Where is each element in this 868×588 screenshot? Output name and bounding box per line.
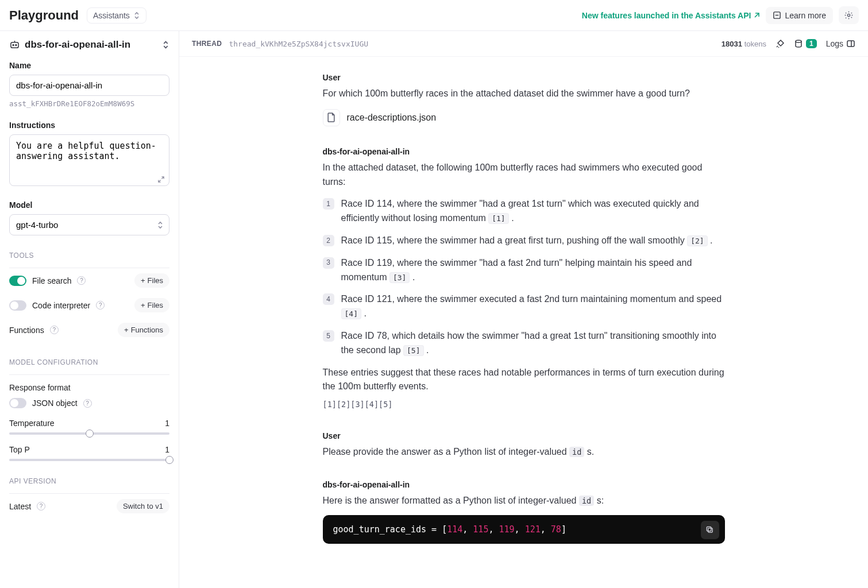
chevron-up-down-icon[interactable] [162,40,169,49]
citation-ref[interactable]: [5] [403,345,423,356]
list-item: Race ID 114, where the swimmer "had a gr… [323,197,725,226]
learn-more-label: Learn more [785,11,826,20]
file-search-toggle[interactable] [9,276,26,286]
svg-rect-8 [707,527,711,532]
file-attachment[interactable]: race-descriptions.json [323,109,437,126]
citation-ref[interactable]: [2] [687,235,707,246]
svg-rect-6 [847,41,854,47]
mode-label: Assistants [93,11,130,20]
expand-icon[interactable] [157,176,165,183]
external-link-icon [753,12,760,19]
layout: dbs-for-ai-openai-all-in Name asst_kFXHB… [0,31,868,588]
api-version-header: API VERSION [9,477,169,485]
temperature-slider[interactable] [9,432,169,435]
new-features-text: New features launched in the Assistants … [582,11,751,20]
code-interpreter-toggle[interactable] [9,300,26,311]
switch-label: Switch to v1 [123,502,163,510]
add-functions-button[interactable]: + Functions [118,323,169,337]
inline-code: id [569,447,584,457]
plus-icon: + [141,301,145,310]
chevron-up-down-icon [133,11,140,20]
file-icon [323,109,340,126]
logo: Playground [9,8,79,23]
header: Playground Assistants New features launc… [0,0,868,31]
logs-button[interactable]: Logs [826,39,855,48]
tool-row-functions: Functions ? + Functions [9,318,169,342]
message-user: User For which 100m butterfly races in t… [323,73,725,126]
file-count-badge: 1 [806,39,817,48]
top-p-row: Top P 1 [9,445,169,461]
files-indicator[interactable]: 1 [794,39,817,48]
assistant-header: dbs-for-ai-openai-all-in [9,39,169,51]
chevron-up-down-icon [157,221,164,229]
top-p-label: Top P [9,445,30,454]
svg-rect-2 [11,42,18,48]
functions-btn-label: Functions [131,326,163,334]
plus-icon: + [124,326,129,334]
plus-icon: + [141,276,145,285]
copy-button[interactable] [701,521,719,539]
logs-label: Logs [826,39,843,48]
top-p-slider[interactable] [9,459,169,461]
latest-label: Latest [9,502,31,511]
learn-more-button[interactable]: Learn more [766,7,833,24]
role-label: User [323,431,725,440]
thread-label: THREAD [192,40,222,48]
json-object-label: JSON object [32,399,78,408]
response-format-label: Response format [9,383,169,392]
file-search-files-button[interactable]: + Files [134,273,169,288]
name-label: Name [9,61,169,70]
mode-dropdown[interactable]: Assistants [87,7,146,24]
citation-list: Race ID 114, where the swimmer "had a gr… [323,197,725,357]
panel-icon [846,39,855,48]
top-p-value: 1 [165,445,169,454]
role-label: User [323,73,725,82]
file-search-label: File search [32,276,71,285]
gear-icon [844,10,854,20]
code-interpreter-label: Code interpreter [32,301,90,310]
thread-bar: THREAD thread_kVKhM2e5ZpSX84jctsvxIUGU 1… [179,31,868,57]
settings-button[interactable] [839,6,859,24]
assistant-title-row: dbs-for-ai-openai-all-in [9,39,130,51]
tokens-count: 18031 tokens [722,40,766,48]
assistant-icon [9,40,20,51]
storage-icon [794,39,803,48]
thread-id[interactable]: thread_kVKhM2e5ZpSX84jctsvxIUGU [229,40,368,48]
header-right: New features launched in the Assistants … [582,6,859,24]
broom-icon [776,39,785,48]
list-item: Race ID 115, where the swimmer had a gre… [323,234,725,248]
name-input[interactable] [9,75,169,96]
switch-version-button[interactable]: Switch to v1 [117,499,169,513]
svg-point-3 [13,44,14,45]
api-version-row: Latest ? Switch to v1 [9,494,169,519]
new-features-link[interactable]: New features launched in the Assistants … [582,11,761,20]
tool-row-file-search: File search ? + Files [9,268,169,293]
sidebar: dbs-for-ai-openai-all-in Name asst_kFXHB… [0,31,179,588]
code-interpreter-files-button[interactable]: + Files [134,298,169,312]
tool-row-code-interpreter: Code interpreter ? + Files [9,293,169,318]
header-left: Playground Assistants [9,7,146,24]
info-icon[interactable]: ? [77,276,86,285]
assistant-id: asst_kFXHBrDRe1EOF82oEmM8W69S [9,99,169,108]
info-icon[interactable]: ? [50,326,59,334]
message-text: Please provide the answer as a Python li… [323,445,725,459]
temperature-value: 1 [165,419,169,428]
list-item: Race ID 119, where the swimmer "had a fa… [323,256,725,285]
message-user: User Please provide the answer as a Pyth… [323,431,725,459]
svg-rect-7 [708,528,713,533]
svg-point-4 [16,44,17,45]
citation-ref[interactable]: [4] [341,308,361,319]
model-select[interactable]: gpt-4-turbo [9,214,169,235]
instructions-input[interactable] [9,134,169,186]
info-icon[interactable]: ? [96,301,105,310]
temperature-label: Temperature [9,419,55,428]
svg-point-5 [796,40,801,42]
info-icon[interactable]: ? [83,399,92,408]
citation-ref[interactable]: [1] [488,213,508,224]
citation-ref[interactable]: [3] [389,272,410,283]
clear-button[interactable] [776,39,785,48]
message-assistant: dbs-for-ai-openai-all-in In the attached… [323,147,725,411]
json-object-toggle[interactable] [9,398,26,408]
book-icon [773,11,781,20]
info-icon[interactable]: ? [37,502,45,510]
